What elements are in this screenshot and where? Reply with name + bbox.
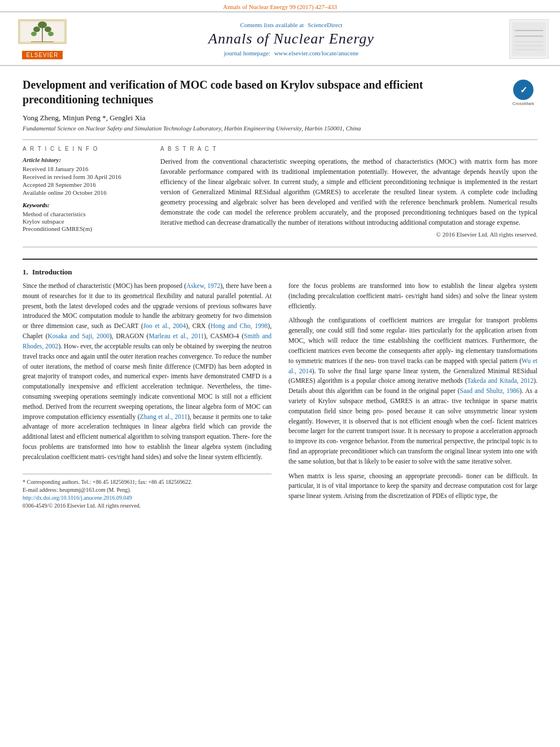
svg-rect-10 xyxy=(512,22,546,56)
footnote-email: E-mail address: heupmmj@163.com (M. Peng… xyxy=(23,487,272,493)
footnote-issn: 0306-4549/© 2016 Elsevier Ltd. All right… xyxy=(23,503,272,509)
top-citation-bar: Annals of Nuclear Energy 99 (2017) 427–4… xyxy=(0,0,560,11)
right-paragraph-1: fore the focus problems are transformed … xyxy=(288,281,537,311)
available-date: Available online 20 October 2016 xyxy=(23,189,147,196)
received-date: Received 18 January 2016 xyxy=(23,165,147,172)
journal-info-center: Contents lists available at ScienceDirec… xyxy=(85,21,498,56)
received-revised-date: Received in revised form 30 April 2016 xyxy=(23,173,147,180)
ref-marleau: Marleau et al., 2011 xyxy=(148,333,204,339)
ref-zhang: Zhang et al., 2011 xyxy=(140,413,187,420)
ref-joo: Joo et al., 2004 xyxy=(143,322,186,329)
crossmark-label: CrossMark xyxy=(513,101,535,106)
right-paragraph-2: Although the configurations of coefficie… xyxy=(288,316,537,466)
svg-point-6 xyxy=(48,32,54,36)
affiliation: Fundamental Science on Nuclear Safety an… xyxy=(23,125,537,132)
article-history-label: Article history: xyxy=(23,156,147,163)
crossmark-icon: ✓ xyxy=(513,80,533,100)
divider-2 xyxy=(23,247,537,247)
keyword-1: Method of characteristics xyxy=(23,211,147,217)
journal-header: ELSEVIER Contents lists available at Sci… xyxy=(0,11,560,66)
svg-point-3 xyxy=(33,27,40,32)
keyword-2: Krylov subspace xyxy=(23,218,147,225)
abstract-column: A B S T R A C T Derived from the convent… xyxy=(160,146,537,238)
article-title: Development and verification of MOC code… xyxy=(23,77,498,107)
footnote-corresponding: * Corresponding authors. Tel.: +86 45 18… xyxy=(23,479,272,485)
contents-available: Contents lists available at ScienceDirec… xyxy=(85,21,498,28)
ref-takeda: Takeda and Kitada, 2012 xyxy=(467,377,534,384)
accepted-date: Accepted 28 September 2016 xyxy=(23,181,147,188)
journal-title: Annals of Nuclear Energy xyxy=(85,30,498,47)
abstract-heading: A B S T R A C T xyxy=(160,146,537,152)
body-right-column: fore the focus problems are transformed … xyxy=(288,268,537,510)
svg-point-2 xyxy=(38,21,47,28)
right-paragraph-3: When matrix is less sparse, choosing an … xyxy=(288,471,537,501)
intro-section-title: 1. Introduction xyxy=(23,268,272,277)
ref-hong: Hong and Cho, 1998 xyxy=(211,322,268,329)
svg-point-5 xyxy=(31,32,37,36)
ref-kosaka: Kosaka and Saji, 2000 xyxy=(47,333,109,339)
intro-paragraph-1: Since the method of characteristic (MOC)… xyxy=(23,281,272,462)
body-columns: 1. Introduction Since the method of char… xyxy=(23,268,537,510)
article-title-row: Development and verification of MOC code… xyxy=(23,77,537,107)
body-left-column: 1. Introduction Since the method of char… xyxy=(23,268,272,510)
article-info-column: A R T I C L E I N F O Article history: R… xyxy=(23,146,147,238)
abstract-text: Derived from the conventional characteri… xyxy=(160,156,537,228)
copyright-line: © 2016 Elsevier Ltd. All rights reserved… xyxy=(160,231,537,238)
publisher-logo: ELSEVIER xyxy=(11,18,73,59)
article-info-heading: A R T I C L E I N F O xyxy=(23,146,147,152)
authors-line: Yong Zheng, Minjun Peng *, Genglei Xia xyxy=(23,113,537,123)
ref-wu: Wu et al., 2014 xyxy=(288,357,537,374)
publisher-name: ELSEVIER xyxy=(22,51,63,59)
journal-citation: Annals of Nuclear Energy 99 (2017) 427–4… xyxy=(223,3,337,10)
info-abstract-columns: A R T I C L E I N F O Article history: R… xyxy=(23,146,537,238)
keyword-3: Preconditioned GMRES(m) xyxy=(23,225,147,232)
body-section: 1. Introduction Since the method of char… xyxy=(23,259,537,510)
svg-point-4 xyxy=(45,27,51,32)
footnote-area: * Corresponding authors. Tel.: +86 45 18… xyxy=(23,474,272,509)
footnote-doi: http://dx.doi.org/10.1016/j.anucene.2016… xyxy=(23,495,272,501)
journal-thumbnail xyxy=(509,19,549,59)
crossmark-badge: ✓ CrossMark xyxy=(509,80,537,106)
divider-1 xyxy=(23,139,537,140)
article-container: Development and verification of MOC code… xyxy=(0,66,560,522)
keywords-label: Keywords: xyxy=(23,202,147,208)
journal-homepage: journal homepage: www.elsevier.com/locat… xyxy=(85,50,498,56)
ref-saad: Saad and Shultz, 1986 xyxy=(460,387,520,394)
ref-askew: Askew, 1972 xyxy=(186,282,220,289)
